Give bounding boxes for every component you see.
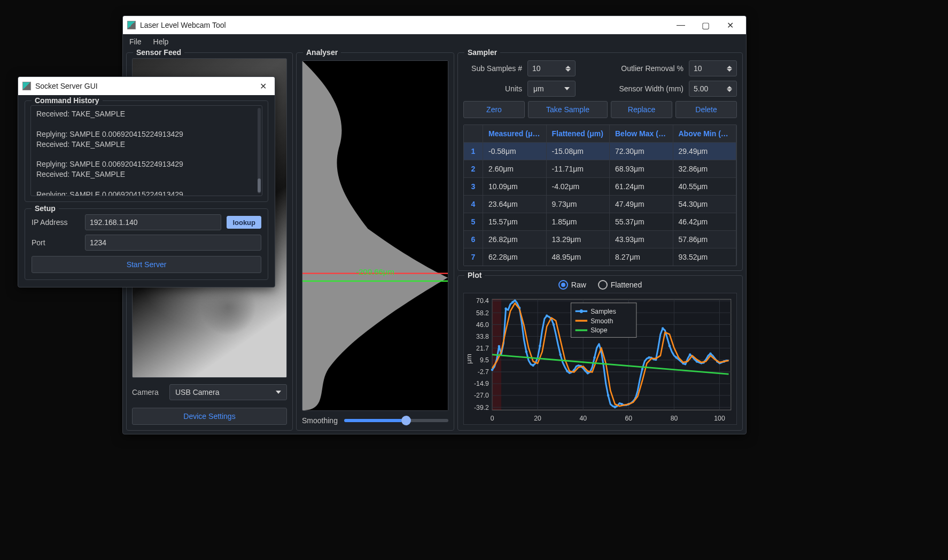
spinner-up-icon[interactable] (727, 66, 732, 68)
svg-text:Samples: Samples (590, 307, 616, 315)
table-cell: 54.30μm (673, 196, 737, 213)
svg-point-53 (593, 356, 595, 359)
table-cell: -11.71μm (547, 160, 610, 178)
smoothing-slider[interactable] (344, 419, 448, 422)
table-cell: 10.09μm (483, 178, 547, 196)
menu-help[interactable]: Help (151, 36, 171, 47)
table-header-cell[interactable]: Above Min (μm) (673, 125, 737, 143)
units-select[interactable]: μm (527, 81, 576, 97)
svg-text:70.4: 70.4 (476, 297, 489, 305)
plot-title: Plot (464, 271, 485, 279)
history-line: Received: TAKE_SAMPLE (36, 109, 257, 119)
table-header-cell[interactable]: Measured (μm) (483, 125, 547, 143)
analyser-value-label: -200.66μm (356, 267, 394, 276)
table-cell: 13.29μm (547, 231, 610, 248)
svg-point-65 (675, 356, 677, 359)
table-cell: 2.60μm (483, 160, 547, 178)
table-cell: 40.55μm (673, 178, 737, 196)
radio-flattened[interactable]: Flattened (598, 280, 642, 290)
table-row[interactable]: 22.60μm-11.71μm68.93μm32.86μm (464, 160, 736, 178)
table-header: Measured (μm)Flattened (μm)Below Max (μm… (464, 125, 736, 143)
smoothing-label: Smoothing (302, 416, 338, 425)
camera-label: Camera (132, 388, 164, 396)
minimize-button[interactable]: ― (669, 18, 693, 33)
table-cell: 29.49μm (673, 143, 737, 160)
titlebar-socket[interactable]: Socket Server GUI ✕ (18, 77, 275, 95)
table-cell: 23.64μm (483, 196, 547, 213)
table-cell: 48.95μm (547, 248, 610, 266)
outlier-label: Outlier Removal % (621, 64, 683, 73)
table-cell: -15.08μm (547, 143, 610, 160)
svg-text:Slope: Slope (590, 326, 607, 335)
socket-window-title: Socket Server GUI (35, 82, 251, 90)
history-line: Received: TAKE_SAMPLE (36, 169, 257, 180)
scrollbar[interactable] (258, 108, 261, 193)
command-history-textarea[interactable]: Received: TAKE_SAMPLE Replying: SAMPLE 0… (30, 105, 262, 196)
menu-file[interactable]: File (127, 36, 144, 47)
table-cell: 93.52μm (673, 248, 737, 266)
history-line: Replying: SAMPLE 0.006920415224913429 (36, 129, 257, 139)
outlier-input[interactable]: 10 (689, 60, 737, 76)
radio-raw[interactable]: Raw (558, 280, 586, 290)
ip-label: IP Address (32, 218, 80, 227)
device-settings-button[interactable]: Device Settings (132, 408, 287, 425)
svg-text:-2.7: -2.7 (478, 368, 489, 376)
maximize-button[interactable]: ▢ (694, 18, 717, 33)
svg-text:100: 100 (714, 414, 725, 423)
svg-point-46 (546, 315, 548, 317)
delete-button[interactable]: Delete (675, 101, 737, 118)
zero-button[interactable]: Zero (463, 101, 525, 118)
slider-thumb[interactable] (401, 416, 411, 425)
sub-samples-input[interactable]: 10 (527, 60, 576, 76)
table-cell: 32.86μm (673, 160, 737, 178)
table-header-cell[interactable] (464, 125, 483, 143)
spinner-down-icon[interactable] (727, 89, 732, 92)
plot-canvas: 020406080100-39.2-27.0-14.9-2.79.521.733… (463, 293, 737, 425)
sub-samples-label: Sub Samples # (463, 64, 522, 73)
table-row[interactable]: 423.64μm9.73μm47.49μm54.30μm (464, 196, 736, 213)
table-cell: 6 (464, 231, 483, 248)
titlebar-main[interactable]: Laser Level Webcam Tool ― ▢ ✕ (123, 16, 746, 34)
take-sample-button[interactable]: Take Sample (528, 101, 608, 118)
replace-button[interactable]: Replace (611, 101, 672, 118)
svg-point-64 (669, 345, 671, 347)
samples-table[interactable]: Measured (μm)Flattened (μm)Below Max (μm… (463, 125, 737, 266)
svg-text:9.5: 9.5 (480, 356, 489, 364)
svg-point-45 (539, 345, 541, 347)
table-row[interactable]: 1-0.58μm-15.08μm72.30μm29.49μm (464, 143, 736, 160)
socket-window: Socket Server GUI ✕ Command History Rece… (18, 76, 275, 287)
spinner-down-icon[interactable] (565, 69, 571, 72)
lookup-button[interactable]: lookup (227, 216, 261, 229)
table-cell: 7 (464, 248, 483, 266)
table-row[interactable]: 626.82μm13.29μm43.93μm57.86μm (464, 231, 736, 248)
table-header-cell[interactable]: Below Max (μm) (610, 125, 673, 143)
table-cell: 55.37μm (610, 213, 673, 231)
table-header-cell[interactable]: Flattened (μm) (547, 125, 610, 143)
table-cell: -0.58μm (483, 143, 547, 160)
table-row[interactable]: 310.09μm-4.02μm61.24μm40.55μm (464, 178, 736, 196)
scrollbar-thumb[interactable] (258, 178, 261, 192)
table-cell: 57.86μm (673, 231, 737, 248)
spinner-up-icon[interactable] (565, 66, 571, 68)
history-panel: Command History Received: TAKE_SAMPLE Re… (25, 100, 268, 202)
spinner-up-icon[interactable] (727, 86, 732, 89)
table-body[interactable]: 1-0.58μm-15.08μm72.30μm29.49μm22.60μm-11… (464, 143, 736, 266)
ip-input[interactable]: 192.168.1.140 (85, 214, 221, 230)
spinner-down-icon[interactable] (727, 69, 732, 72)
port-label: Port (32, 238, 80, 247)
svg-point-41 (511, 301, 514, 304)
camera-select[interactable]: USB Camera (169, 384, 287, 400)
sensor-width-input[interactable]: 5.00 (689, 81, 737, 97)
close-button[interactable]: ✕ (718, 18, 742, 33)
svg-point-39 (498, 345, 500, 348)
port-input[interactable]: 1234 (85, 235, 261, 251)
sensor-width-label: Sensor Width (mm) (619, 84, 683, 93)
table-row[interactable]: 515.57μm1.85μm55.37μm46.42μm (464, 213, 736, 231)
history-line (36, 180, 257, 190)
close-button[interactable]: ✕ (255, 79, 270, 94)
history-line: Replying: SAMPLE 0.006920415224913429 (36, 159, 257, 169)
svg-text:46.0: 46.0 (476, 320, 489, 329)
table-cell: 15.57μm (483, 213, 547, 231)
start-server-button[interactable]: Start Server (32, 256, 261, 273)
table-row[interactable]: 762.28μm48.95μm8.27μm93.52μm (464, 248, 736, 266)
